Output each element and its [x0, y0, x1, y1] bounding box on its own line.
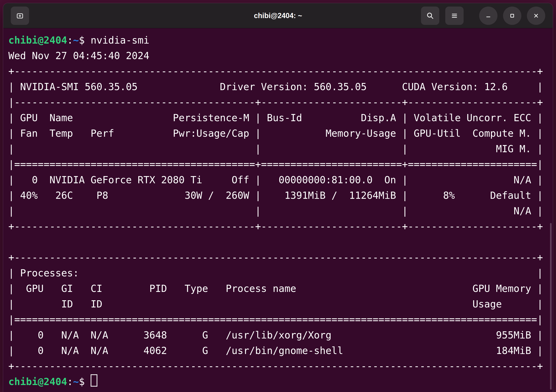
close-button[interactable] [527, 7, 545, 25]
search-button[interactable] [421, 7, 439, 25]
prompt-user-host: chibi@2404 [8, 376, 67, 387]
headerbar-right-controls [421, 7, 545, 25]
maximize-button[interactable] [503, 7, 521, 25]
prompt-separator: : [67, 35, 73, 46]
menu-button[interactable] [445, 7, 463, 25]
command-line: chibi@2404:~$ nvidia-smi [8, 33, 553, 48]
command-text: nvidia-smi [91, 35, 149, 46]
nvidia-smi-output: Wed Nov 27 04:45:40 2024 +--------------… [8, 48, 553, 374]
terminal-content[interactable]: chibi@2404:~$ nvidia-smi Wed Nov 27 04:4… [3, 28, 553, 390]
current-prompt-line: chibi@2404:~$ [8, 374, 553, 390]
prompt-path: ~ [73, 376, 79, 387]
hamburger-menu-icon [450, 11, 459, 20]
window-controls [479, 7, 545, 25]
scrollbar-thumb[interactable] [550, 223, 552, 390]
terminal-window: chibi@2404: ~ [3, 3, 553, 392]
new-tab-button[interactable] [11, 7, 29, 25]
minimize-button[interactable] [479, 7, 497, 25]
prompt-path: ~ [73, 35, 79, 46]
minimize-icon [484, 12, 492, 20]
maximize-icon [508, 12, 516, 20]
close-icon [532, 12, 540, 20]
prompt-symbol: $ [79, 376, 91, 387]
new-tab-icon [15, 11, 24, 20]
prompt-user-host: chibi@2404 [8, 35, 67, 46]
search-icon [426, 11, 434, 20]
prompt-separator: : [67, 376, 73, 387]
terminal-headerbar: chibi@2404: ~ [3, 3, 553, 28]
terminal-cursor [91, 374, 97, 387]
prompt-symbol: $ [79, 35, 91, 46]
